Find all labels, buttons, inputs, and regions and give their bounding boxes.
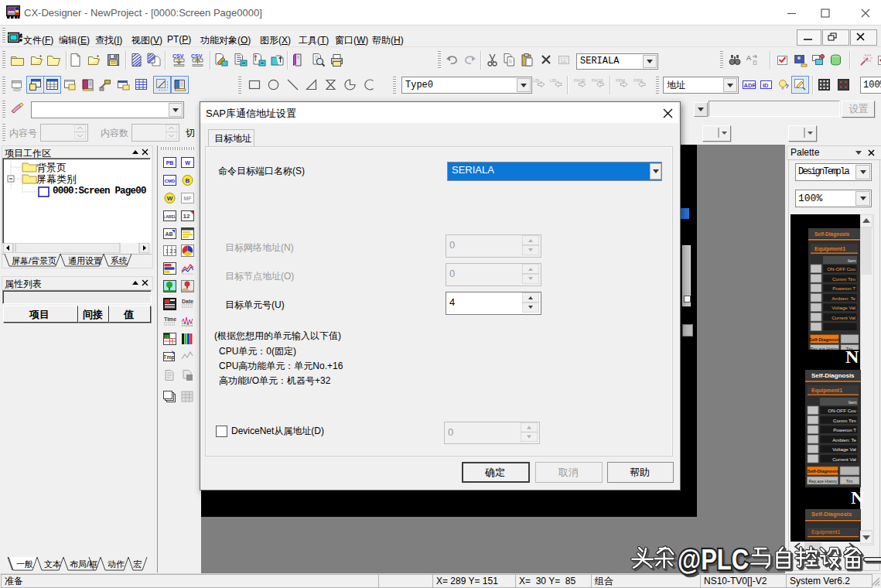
svg-text:Current Val: Current Val <box>831 315 855 320</box>
svg-text:Self-Diagnosis: Self-Diagnosis <box>809 337 840 342</box>
svg-text:PAGE: PAGE <box>592 78 603 83</box>
svg-text:系统: 系统 <box>111 256 128 265</box>
svg-text:Equipment1: Equipment1 <box>811 388 842 394</box>
svg-text:Equipment1: Equipment1 <box>814 246 845 252</box>
svg-text:Self-Diagnosis: Self-Diagnosis <box>811 511 852 518</box>
svg-text:宏: 宏 <box>133 559 142 569</box>
svg-text:PAGE: PAGE <box>574 78 586 83</box>
svg-text:Comm Tim: Comm Tim <box>832 276 855 282</box>
svg-text:Self-Diagnosis: Self-Diagnosis <box>814 231 850 238</box>
svg-text:Rep.ace History: Rep.ace History <box>809 479 838 484</box>
svg-text:W: W <box>167 195 173 202</box>
svg-text:AB: AB <box>165 231 172 237</box>
svg-text:12: 12 <box>183 213 190 220</box>
svg-text:Time: Time <box>164 316 176 322</box>
svg-text:@PLC: @PLC <box>678 544 749 576</box>
svg-text:布局/框: 布局/框 <box>70 559 97 569</box>
svg-text:LBL: LBL <box>533 78 541 83</box>
svg-text:B: B <box>186 177 190 184</box>
svg-text:08: 08 <box>165 334 169 339</box>
svg-text:ON-OFF Cou: ON-OFF Cou <box>827 266 855 272</box>
svg-text:LBL: LBL <box>550 78 558 83</box>
svg-text:Poweron T: Poweron T <box>833 427 856 432</box>
svg-text:2: 2 <box>170 248 173 254</box>
svg-text:Self-Diagnosis: Self-Diagnosis <box>808 469 838 473</box>
svg-text:LABEL: LABEL <box>163 214 176 219</box>
svg-text:Self-Diagnosis: Self-Diagnosis <box>811 372 855 379</box>
svg-text:3: 3 <box>173 248 176 254</box>
svg-text:Tim: Tim <box>846 479 852 484</box>
svg-text:Poweron T: Poweron T <box>832 285 855 291</box>
svg-text:Current Val: Current Val <box>832 456 856 462</box>
svg-text:Voltage Val: Voltage Val <box>832 446 856 452</box>
svg-text:一般: 一般 <box>16 559 33 569</box>
svg-text:Voltage Val: Voltage Val <box>831 305 855 310</box>
svg-text:屏幕/背景页: 屏幕/背景页 <box>12 256 56 265</box>
svg-text:Equipment1: Equipment1 <box>811 529 840 535</box>
svg-text:Item: Item <box>849 400 857 405</box>
svg-text:Ambien: Te: Ambien: Te <box>832 437 856 443</box>
svg-text:Tmp: Tmp <box>163 354 175 361</box>
svg-text:ON-OFF Cou: ON-OFF Cou <box>828 408 856 413</box>
svg-text:W: W <box>185 160 190 166</box>
svg-text:CSV: CSV <box>191 53 203 59</box>
svg-text:Rep.ace History: Rep.ace History <box>811 347 839 350</box>
svg-text:CMD: CMD <box>165 179 176 183</box>
svg-text:通用设置: 通用设置 <box>68 256 102 265</box>
svg-text:?: ? <box>785 83 789 90</box>
svg-text:MF: MF <box>183 196 192 201</box>
svg-text:文本: 文本 <box>44 559 61 569</box>
svg-text:ADR: ADR <box>744 82 757 89</box>
svg-text:动作: 动作 <box>108 559 125 569</box>
svg-text:Ambien: Te: Ambien: Te <box>831 296 855 301</box>
svg-text:B: B <box>753 59 757 67</box>
svg-text:Date: Date <box>182 299 193 304</box>
svg-text:A: A <box>746 54 751 62</box>
svg-text:Comm Tim: Comm Tim <box>833 418 856 423</box>
svg-text:Item: Item <box>848 258 856 263</box>
svg-text:PB: PB <box>166 160 174 166</box>
svg-text:1: 1 <box>166 248 169 254</box>
svg-text:CSV: CSV <box>172 53 184 59</box>
svg-text:ID: ID <box>763 82 769 89</box>
